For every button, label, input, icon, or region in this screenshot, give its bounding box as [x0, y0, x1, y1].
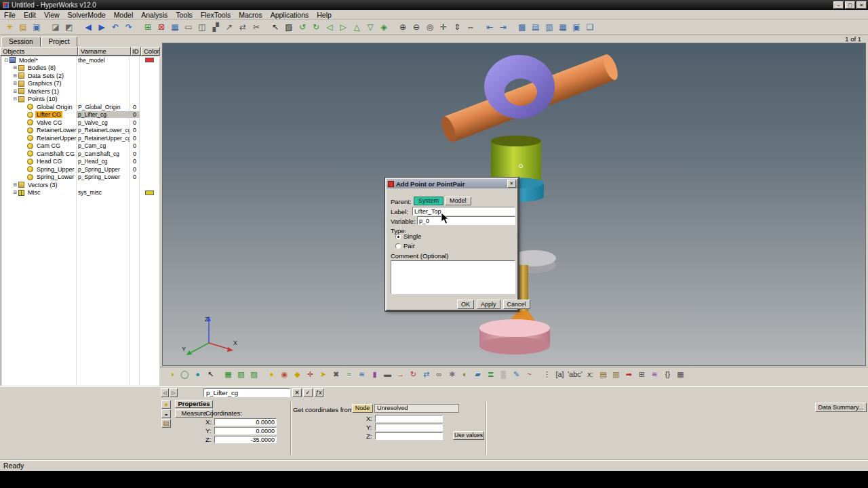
- tree-item-label[interactable]: Points (10): [26, 96, 59, 102]
- menu-item[interactable]: Applications: [267, 11, 313, 19]
- next-window-icon[interactable]: ⇥: [497, 21, 509, 33]
- solver-string-icon[interactable]: 'abc': [567, 369, 583, 380]
- system-tool-icon[interactable]: ◉: [279, 369, 290, 380]
- color-chip[interactable]: [145, 97, 154, 102]
- radio-icon[interactable]: [395, 243, 401, 249]
- fit-model-icon[interactable]: ⇕: [451, 21, 463, 33]
- minimize-button[interactable]: –: [833, 1, 844, 9]
- tree-row[interactable]: ⊞ Misc sys_misc: [1, 189, 159, 197]
- coupler-tool-icon[interactable]: ∞: [433, 369, 445, 380]
- spin-left-icon[interactable]: ↺: [296, 21, 309, 33]
- dialog-close-icon[interactable]: ✕: [507, 180, 516, 188]
- tree-row[interactable]: Valve CG p_Valve_cg 0: [1, 119, 159, 127]
- tree-row[interactable]: Spring_Lower p_Spring_Lower 0: [1, 174, 159, 182]
- prev-window-icon[interactable]: ⇤: [484, 21, 496, 33]
- tree-item-label[interactable]: Spring_Lower: [35, 174, 76, 180]
- menu-item[interactable]: Tools: [172, 11, 197, 19]
- apply-button[interactable]: Apply: [477, 300, 500, 309]
- tree-item-varname[interactable]: the_model: [77, 57, 130, 64]
- tree-item-varname[interactable]: p_Head_cg: [77, 158, 130, 165]
- page-layout-icon[interactable]: ▦: [169, 21, 181, 33]
- pan-view-icon[interactable]: ✛: [437, 21, 450, 33]
- solver-array-icon[interactable]: [a]: [554, 369, 566, 380]
- maximize-button[interactable]: ▢: [845, 1, 855, 9]
- tree-row[interactable]: ⊟ Points (10): [1, 96, 159, 104]
- dataset-tool-icon[interactable]: ▤: [597, 369, 609, 380]
- center-view-icon[interactable]: ⇔: [465, 21, 477, 33]
- layout-four-window-icon[interactable]: ▞: [210, 21, 222, 33]
- tree-item-label[interactable]: Head CG: [35, 158, 64, 165]
- tree-row[interactable]: Cam CG p_Cam_cg 0: [1, 142, 159, 150]
- valve-head-graphic[interactable]: [479, 319, 550, 354]
- export-model-icon[interactable]: ◩: [63, 21, 75, 33]
- tree-item-label[interactable]: Bodies (8): [26, 64, 57, 71]
- type-radio-option[interactable]: Single: [395, 232, 421, 240]
- tree-item-color-cell[interactable]: [140, 58, 159, 62]
- tree-item-varname[interactable]: sys_misc: [77, 189, 130, 196]
- forward-icon[interactable]: ▶: [96, 21, 108, 33]
- coordinate-input[interactable]: [214, 418, 277, 426]
- column-header-varname[interactable]: Varname: [78, 47, 131, 56]
- data-summary-button[interactable]: Data Summary...: [815, 403, 867, 412]
- parent-system-button[interactable]: System: [414, 197, 443, 205]
- color-chip[interactable]: [145, 167, 154, 171]
- import-model-icon[interactable]: ◪: [50, 21, 62, 33]
- tree-item-color-cell[interactable]: [140, 73, 159, 78]
- spring-tool-icon[interactable]: ≈: [343, 369, 355, 380]
- window-new-icon[interactable]: ❏: [584, 21, 596, 33]
- node-axis-input[interactable]: [375, 432, 443, 440]
- color-chip[interactable]: [145, 159, 154, 164]
- form-tool-icon[interactable]: ▥: [610, 369, 622, 380]
- graphic-tool-icon[interactable]: ▰: [472, 369, 484, 380]
- browser-tab[interactable]: Project: [41, 37, 77, 47]
- tree-item-color-cell[interactable]: [140, 190, 159, 195]
- menu-item[interactable]: FlexTools: [197, 11, 235, 19]
- menu-item[interactable]: View: [40, 11, 64, 19]
- variable-input[interactable]: [417, 216, 515, 225]
- color-chip[interactable]: [145, 136, 154, 140]
- notebook-icon[interactable]: ▤: [161, 419, 171, 428]
- panel-tab[interactable]: Properties: [175, 400, 213, 408]
- window-cascade-icon[interactable]: ▩: [516, 21, 528, 33]
- tree-item-label[interactable]: RetainerUpper CG: [35, 135, 77, 142]
- graphics-browser-icon[interactable]: ▧: [235, 369, 247, 380]
- save-session-icon[interactable]: ▣: [31, 21, 43, 33]
- torque-tool-icon[interactable]: ↻: [408, 369, 419, 380]
- tree-row[interactable]: Head CG p_Head_cg 0: [1, 158, 159, 166]
- tree-item-label[interactable]: CamShaft CG: [35, 150, 76, 157]
- tree-item-label[interactable]: Graphics (7): [26, 80, 63, 87]
- joint-tool-icon[interactable]: ✖: [330, 369, 342, 380]
- tree-item-varname[interactable]: P_Global_Origin: [77, 104, 130, 110]
- tree-item-color-cell[interactable]: [140, 89, 159, 94]
- tree-item-varname[interactable]: p_Valve_cg: [77, 119, 130, 126]
- cam-ring-graphic[interactable]: [484, 55, 555, 119]
- tree-row[interactable]: Lifter CG p_Lifter_cg 0: [1, 111, 159, 119]
- view-right-icon[interactable]: ▷: [337, 21, 349, 33]
- beam-tool-icon[interactable]: ▬: [382, 369, 393, 380]
- close-button[interactable]: ✕: [856, 1, 867, 9]
- tree-item-color-cell[interactable]: [140, 167, 159, 171]
- column-header-color[interactable]: Color: [141, 47, 160, 56]
- color-chip[interactable]: [145, 113, 154, 117]
- menu-item[interactable]: SolverMode: [64, 11, 110, 19]
- curve-tool-icon[interactable]: ~: [524, 369, 535, 380]
- add-page-icon[interactable]: ⊞: [142, 21, 154, 33]
- layout-two-window-icon[interactable]: ◫: [196, 21, 208, 33]
- tree-item-color-cell[interactable]: [140, 66, 159, 70]
- view-bottom-icon[interactable]: ▽: [364, 21, 376, 33]
- menu-item[interactable]: Model: [110, 11, 138, 19]
- color-chip[interactable]: [145, 66, 154, 70]
- color-chip[interactable]: [145, 120, 154, 125]
- color-chip[interactable]: [145, 58, 154, 62]
- tree-item-label[interactable]: Markers (1): [26, 88, 60, 95]
- tree-item-label[interactable]: Global Origin: [35, 104, 74, 110]
- bushing-tool-icon[interactable]: ▮: [369, 369, 380, 380]
- new-session-icon[interactable]: ✳: [3, 21, 16, 33]
- column-header-objects[interactable]: Objects: [0, 47, 78, 56]
- window-close-icon[interactable]: ▣: [570, 21, 583, 33]
- tree-item-varname[interactable]: p_CamShaft_cg: [77, 150, 130, 157]
- color-chip[interactable]: [145, 81, 154, 86]
- tree-item-label[interactable]: Valve CG: [35, 119, 64, 126]
- tree-row[interactable]: Global Origin P_Global_Origin 0: [1, 103, 159, 111]
- capture-screen-icon[interactable]: ✂: [250, 21, 262, 33]
